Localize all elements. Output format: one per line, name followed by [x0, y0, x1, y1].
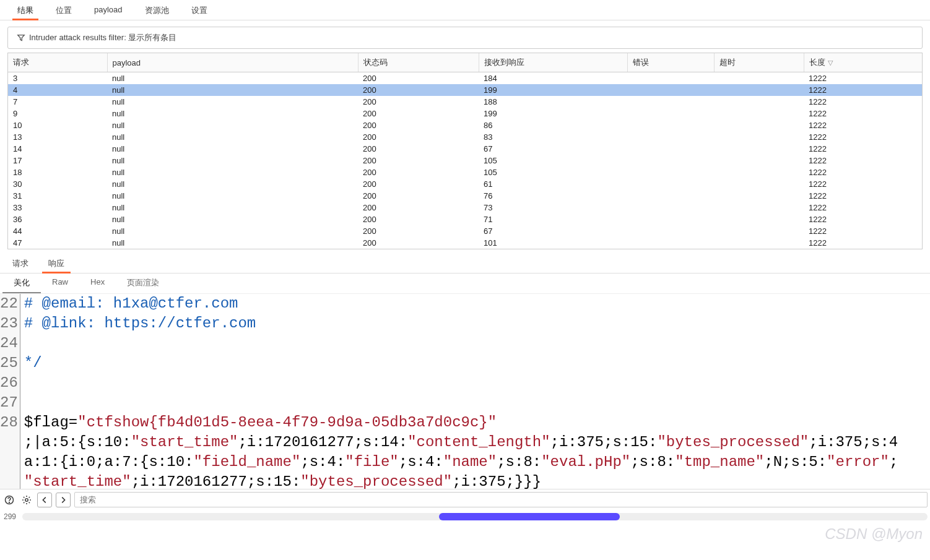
col-error[interactable]: 错误 [627, 53, 714, 72]
table-row[interactable]: 17null2001051222 [8, 155, 922, 166]
detail-tab-1[interactable]: 响应 [38, 254, 74, 273]
gear-icon[interactable] [20, 493, 33, 507]
table-row[interactable]: 30null200611222 [8, 178, 922, 190]
line-count: 299 [0, 512, 17, 521]
table-row[interactable]: 13null200831222 [8, 131, 922, 143]
table-row[interactable]: 4null2001991222 [8, 84, 922, 96]
view-tab-1[interactable]: Raw [41, 274, 79, 293]
top-tab-1[interactable]: 位置 [45, 0, 83, 20]
response-body-pane: 22232425262728 # @email: h1xa@ctfer.com#… [0, 294, 930, 489]
prev-match-button[interactable] [37, 493, 52, 507]
col-timeout[interactable]: 超时 [714, 53, 804, 72]
sort-desc-icon: ▽ [828, 59, 833, 67]
svg-point-2 [25, 498, 28, 501]
col-payload[interactable]: payload [107, 53, 358, 72]
table-header-row: 请求 payload 状态码 接收到响应 错误 超时 长度▽ [8, 53, 922, 72]
col-length[interactable]: 长度▽ [804, 53, 922, 72]
response-code[interactable]: # @email: h1xa@ctfer.com# @link: https:/… [20, 294, 930, 489]
table-row[interactable]: 7null2001881222 [8, 96, 922, 108]
table-row[interactable]: 47null2001011222 [8, 237, 922, 249]
filter-text: Intruder attack results filter: 显示所有条目 [29, 32, 176, 43]
results-table: 请求 payload 状态码 接收到响应 错误 超时 长度▽ 3null2001… [7, 53, 923, 249]
table-row[interactable]: 14null200671222 [8, 143, 922, 155]
table-row[interactable]: 9null2001991222 [8, 108, 922, 119]
top-tab-0[interactable]: 结果 [6, 0, 45, 20]
detail-tab-0[interactable]: 请求 [2, 254, 38, 273]
filter-icon [17, 33, 25, 42]
view-tab-0[interactable]: 美化 [2, 274, 41, 293]
horizontal-scrollbar[interactable] [22, 513, 928, 520]
top-tab-4[interactable]: 设置 [180, 0, 219, 20]
top-tab-2[interactable]: payload [83, 0, 134, 20]
detail-tabs: 请求响应 [0, 254, 930, 274]
next-match-button[interactable] [56, 493, 71, 507]
table-row[interactable]: 18null2001051222 [8, 166, 922, 178]
view-tab-2[interactable]: Hex [79, 274, 116, 293]
footer-bar: 299 [0, 510, 930, 523]
top-tabs: 结果位置payload资源池设置 [0, 0, 930, 20]
top-tab-3[interactable]: 资源池 [134, 0, 180, 20]
svg-point-1 [9, 502, 10, 502]
response-toolbar [0, 489, 930, 510]
table-row[interactable]: 31null200761222 [8, 190, 922, 202]
view-mode-tabs: 美化RawHex页面渲染 [0, 274, 930, 294]
table-row[interactable]: 36null200711222 [8, 213, 922, 225]
table-row[interactable]: 44null200671222 [8, 225, 922, 237]
scrollbar-thumb[interactable] [439, 513, 620, 520]
col-received[interactable]: 接收到响应 [479, 53, 627, 72]
table-row[interactable]: 10null200861222 [8, 119, 922, 131]
search-input[interactable] [74, 492, 928, 507]
table-row[interactable]: 33null200731222 [8, 202, 922, 213]
col-status[interactable]: 状态码 [358, 53, 479, 72]
help-icon[interactable] [2, 493, 16, 507]
line-gutter: 22232425262728 [0, 294, 20, 489]
col-request[interactable]: 请求 [8, 53, 107, 72]
table-row[interactable]: 3null2001841222 [8, 72, 922, 85]
results-filter-bar[interactable]: Intruder attack results filter: 显示所有条目 [7, 27, 923, 49]
view-tab-3[interactable]: 页面渲染 [116, 274, 170, 293]
